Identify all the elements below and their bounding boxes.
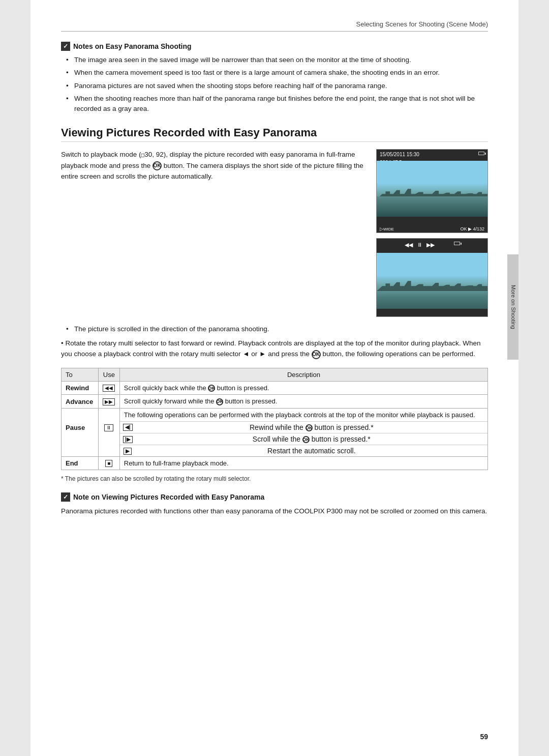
note-bullet-3: Panorama pictures are not saved when the… — [66, 81, 488, 91]
text-column: Switch to playback mode (□30, 92), displ… — [61, 149, 366, 317]
page: Selecting Scenes for Shooting (Scene Mod… — [30, 0, 518, 756]
table-row-rewind: Rewind ◀◀ Scroll quickly back while the … — [62, 381, 488, 395]
camera-screen-2: ◀◀ ⏸ ▶▶ — [376, 238, 488, 317]
row-pause-desc: The following operations can be performe… — [119, 408, 487, 457]
row-end-action: End — [62, 457, 99, 470]
screen1-counter: OK ▶ 4/132 — [460, 226, 484, 231]
table-header-to: To — [62, 368, 99, 381]
inner-rewind-symbol: ◀| — [123, 424, 133, 431]
rewind-icon: ◀◀ — [103, 385, 115, 392]
table-header-desc: Description — [119, 368, 487, 381]
check-icon: ✓ — [61, 42, 70, 51]
battery-icon — [478, 152, 484, 155]
row-end-desc: Return to full-frame playback mode. — [119, 457, 487, 470]
screen1-datetime: 15/05/2011 15:30 — [380, 152, 419, 157]
ok-icon-inner-1: OK — [306, 424, 313, 431]
table-row-end: End ■ Return to full-frame playback mode… — [62, 457, 488, 470]
table-row-pause: Pause ⏸ The following operations can be … — [62, 408, 488, 457]
inner-rewind-text: Rewind while the OK button is pressed.* — [136, 421, 487, 433]
bullet-section: The picture is scrolled in the direction… — [61, 324, 488, 359]
advance-icon: ▶▶ — [103, 398, 115, 405]
row-rewind-desc: Scroll quickly back while the OK button … — [119, 381, 487, 395]
end-icon: ■ — [105, 460, 112, 467]
bottom-note-text: Panorama pictures recorded with function… — [61, 506, 488, 517]
city-silhouette-2 — [377, 278, 487, 291]
inner-row-restart: ▶ Restart the automatic scroll. — [120, 445, 487, 457]
ok-icon-1: OK — [152, 161, 162, 170]
playback-controls: ◀◀ ⏸ ▶▶ — [377, 239, 487, 251]
inner-scroll-symbol: |▶ — [123, 436, 133, 443]
header-bar: Selecting Scenes for Shooting (Scene Mod… — [61, 20, 488, 32]
intro-text: Switch to playback mode (□30, 92), displ… — [61, 149, 366, 182]
header-title: Selecting Scenes for Shooting (Scene Mod… — [356, 20, 488, 28]
check-icon-2: ✓ — [61, 492, 70, 502]
inner-rewind-icon: ◀| — [120, 421, 136, 433]
note-bullet-1: The image area seen in the saved image w… — [66, 55, 488, 65]
ctrl-pause: ⏸ — [417, 242, 422, 248]
screen1-top: 15/05/2011 15:30 — [377, 150, 487, 159]
table-header-use: Use — [98, 368, 119, 381]
note-bullet-4: When the shooting reaches more than half… — [66, 94, 488, 114]
main-bullets: The picture is scrolled in the direction… — [61, 324, 488, 334]
sidebar-label: More on Shooting — [510, 285, 516, 329]
row-end-symbol: ■ — [98, 457, 119, 470]
ctrl-forward: ▶▶ — [426, 242, 435, 248]
inner-restart-icon: ▶ — [120, 445, 136, 457]
ok-icon-2: OK — [312, 350, 321, 359]
ctrl-rewind: ◀◀ — [405, 242, 413, 248]
row-rewind-symbol: ◀◀ — [98, 381, 119, 395]
footnote: * The pictures can also be scrolled by r… — [61, 475, 488, 482]
row-advance-desc: Scroll quickly forward while the OK butt… — [119, 395, 487, 409]
screen1-image — [377, 161, 487, 217]
inner-scroll-text: Scroll while the OK button is pressed.* — [136, 433, 487, 445]
operations-table: To Use Description Rewind ◀◀ Scroll quic… — [61, 368, 488, 471]
screen2-image — [377, 253, 487, 309]
row-pause-symbol: ⏸ — [98, 408, 119, 457]
inner-restart-text: Restart the automatic scroll. — [136, 445, 487, 457]
row-advance-action: Advance — [62, 395, 99, 409]
inner-restart-symbol: ▶ — [124, 448, 132, 455]
pause-icon: ⏸ — [104, 424, 113, 431]
ok-icon-table-2: OK — [216, 398, 223, 405]
page-number: 59 — [480, 733, 488, 741]
notes-section: ✓ Notes on Easy Panorama Shooting The im… — [61, 42, 488, 114]
battery-icon-2 — [454, 242, 460, 245]
pause-desc-text: The following operations can be performe… — [120, 409, 487, 421]
row-rewind-action: Rewind — [62, 381, 99, 395]
notes-bullets: The image area seen in the saved image w… — [61, 55, 488, 114]
inner-scroll-icon: |▶ — [120, 433, 136, 445]
city-silhouette-1 — [377, 186, 487, 199]
main-section-title: Viewing Pictures Recorded with Easy Pano… — [61, 126, 488, 142]
pause-inner-table: ◀| Rewind while the OK button is pressed… — [120, 421, 487, 457]
main-text-2: • Rotate the rotary multi selector to fa… — [61, 338, 488, 360]
ok-icon-inner-2: OK — [302, 436, 310, 443]
ok-icon-table-1: OK — [208, 385, 215, 392]
screen1-mode: ▷WIDE — [380, 226, 394, 231]
content-with-images: Switch to playback mode (□30, 92), displ… — [61, 149, 488, 317]
row-pause-action: Pause — [62, 408, 99, 457]
table-row-advance: Advance ▶▶ Scroll quickly forward while … — [62, 395, 488, 409]
camera-screen-1: 15/05/2011 15:30 0004.JPG ▷WIDE OK ▶ 4/1… — [376, 149, 488, 233]
bottom-note-title: ✓ Note on Viewing Pictures Recorded with… — [61, 492, 488, 502]
sidebar-tab: More on Shooting — [507, 254, 518, 360]
inner-row-rewind: ◀| Rewind while the OK button is pressed… — [120, 421, 487, 433]
row-advance-symbol: ▶▶ — [98, 395, 119, 409]
screen1-bottom: ▷WIDE OK ▶ 4/132 — [377, 225, 487, 232]
inner-row-scroll: |▶ Scroll while the OK button is pressed… — [120, 433, 487, 445]
main-bullet-1: The picture is scrolled in the direction… — [66, 324, 488, 334]
bottom-note-box: ✓ Note on Viewing Pictures Recorded with… — [61, 492, 488, 517]
note-bullet-2: When the camera movement speed is too fa… — [66, 68, 488, 78]
notes-title: ✓ Notes on Easy Panorama Shooting — [61, 42, 488, 51]
images-column: 15/05/2011 15:30 0004.JPG ▷WIDE OK ▶ 4/1… — [376, 149, 488, 317]
